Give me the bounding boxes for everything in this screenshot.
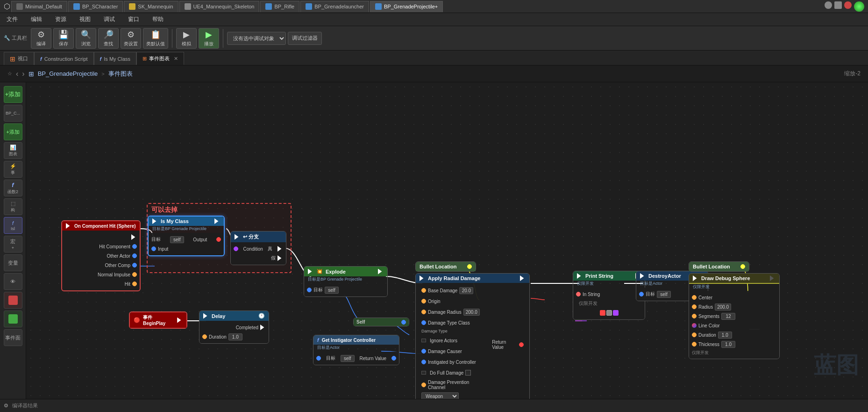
ard-origin-pin[interactable] [421,299,426,304]
debug-object-select[interactable]: 没有选中调试对象 [227,32,286,45]
node-delay[interactable]: Delay 🕐 Completed Duration 1.0 [199,311,269,344]
branch-false-pin[interactable] [277,255,283,261]
bl2-pin-out[interactable] [740,264,745,269]
sidebar-eye[interactable]: 👁 [4,273,22,290]
tab-event-graph[interactable]: ⊞ 事件图表 ✕ [136,52,184,65]
dds-linecolor-pin[interactable] [692,323,697,328]
delay-duration-pin[interactable] [202,334,207,339]
gi-return-pin[interactable] [391,356,396,361]
class-settings-button[interactable]: ⚙ 类设置 [121,28,141,49]
node-bullet-location-2[interactable]: Bullet Location [689,261,749,272]
explode-target-pin[interactable] [307,288,312,292]
self-pin[interactable] [401,320,406,325]
play-button[interactable]: ▶ 播放 [199,28,219,49]
menu-view[interactable]: 视图 [77,14,93,24]
save-button[interactable]: 💾 保存 [53,28,74,49]
tab-is-my-class[interactable]: f Is My Class [94,52,137,65]
node-self[interactable]: Self [353,318,409,326]
tab-sk-mannequin[interactable]: SK_Mannequin [124,1,178,12]
sidebar-variable[interactable]: 变量 [4,254,22,271]
ard-return-pin[interactable] [519,342,524,347]
dds-segments-pin[interactable] [692,314,697,318]
ismc-output-pin[interactable] [216,237,221,242]
menu-help[interactable]: 帮助 [149,14,166,24]
normal-impulse-pin[interactable] [132,272,137,277]
find-button[interactable]: 🔎 查找 [98,28,119,49]
node-bullet-location-1[interactable]: Bullet Location [415,261,476,272]
menu-assets[interactable]: 资源 [52,14,69,24]
dds-thickness-pin[interactable] [692,342,697,347]
breadcrumb-forward[interactable]: › [22,70,24,78]
class-defaults-button[interactable]: 📋 类默认值 [143,28,168,49]
node-explode[interactable]: 💥 Explode 目标是BP Grenade Projectile 目标 se… [304,266,388,297]
node-draw-debug-sphere[interactable]: Draw Debug Sphere 仅限开发 Center Radius 200… [689,273,780,359]
ard-prevention-pin[interactable] [421,383,426,387]
compile-button[interactable]: ⚙ 编译 [31,28,51,49]
bl1-pin-out[interactable] [467,264,472,269]
sidebar-macro[interactable]: 宏 + [4,236,22,253]
breadcrumb-back[interactable]: ‹ [16,70,18,78]
gi-target-pin[interactable] [316,356,321,361]
hit-component-pin[interactable] [132,244,137,249]
ard-instigator-pin[interactable] [421,360,426,364]
dds-radius-pin[interactable] [692,304,697,309]
ard-weapon-dropdown[interactable]: Weapon [419,392,487,399]
other-actor-pin[interactable] [132,253,137,258]
dds-duration-pin[interactable] [692,332,697,337]
node-branch[interactable]: ↩ 分支 Condition 真 假 [230,231,286,265]
delay-completed-pin[interactable] [260,325,266,330]
sidebar-color-1[interactable] [4,292,22,309]
ps-color-2[interactable] [606,310,612,316]
ismc-input-pin[interactable] [151,246,156,251]
node-on-component-hit[interactable]: On Component Hit (Sphere) Hit Component … [61,220,141,291]
tab-ue4-skeleton[interactable]: UE4_Mannequin_Skeleton [179,1,260,12]
sidebar-add-button[interactable]: +添加 [4,86,22,103]
node-is-my-class[interactable]: Is My Class 目标是BP Grenade Projectile 目标 … [148,216,225,256]
sidebar-event-panel[interactable]: 事件面 [4,329,22,346]
menu-debug[interactable]: 调试 [101,14,118,24]
ard-channel-select[interactable]: Weapon [421,392,459,399]
tab-construction-script[interactable]: f Construction Script [34,52,94,65]
breadcrumb-project[interactable]: BP_GrenadeProjectile [38,70,98,77]
node-apply-radial-damage[interactable]: Apply Radial Damage Base Damage 20.0 [415,273,530,399]
node-get-instigator[interactable]: f Get Instigator Controller 目标是Actor 目标 … [313,335,399,365]
sidebar-struct[interactable]: ⬚ 构 [4,198,22,215]
tab-bp-grenadeprojectile[interactable]: BP_GrenadeProjectile+ [370,1,443,12]
branch-condition-pin[interactable] [234,246,238,251]
node-event-begin-play[interactable]: 🔴 事件BeginPlay [129,311,187,329]
ard-damage-type-pin[interactable] [421,320,426,325]
browse-button[interactable]: 🔍 浏览 [76,28,96,49]
sidebar-isl[interactable]: f Isl [4,217,22,234]
ps-color-1[interactable] [600,310,605,316]
ps-color-3[interactable] [613,310,619,316]
node-print-string[interactable]: Print String 仅限开发 In String 仅限开发 [573,271,645,320]
tab-minimal-default[interactable]: Minimal_Default [11,1,67,12]
breadcrumb-star[interactable]: ☆ [7,71,12,77]
canvas-area[interactable]: 可以去掉 On Component Hit (Sphere) Hit Compo… [26,82,868,399]
sidebar-add-component[interactable]: +添加 [4,123,22,140]
minimize-button[interactable] [825,1,832,9]
ard-radius-pin[interactable] [421,310,426,314]
dds-center-pin[interactable] [692,295,697,300]
maximize-button[interactable] [834,1,842,9]
tab-bp-rifle[interactable]: BP_Rifle [260,1,299,12]
ps-instring-pin[interactable] [576,292,581,296]
ard-causer-pin[interactable] [421,349,426,354]
simulate-button[interactable]: ▶ 模拟 [176,28,197,49]
ard-base-damage-pin[interactable] [421,288,426,293]
menu-window[interactable]: 窗口 [125,14,142,24]
branch-true-pin[interactable] [277,246,283,252]
sidebar-color-2[interactable] [4,311,22,327]
tab-viewport[interactable]: ⊞ 视口 [4,52,34,65]
menu-file[interactable]: 文件 [4,14,21,24]
sidebar-event[interactable]: ⚡ 事 [4,161,22,178]
close-button[interactable] [844,1,852,9]
menu-edit[interactable]: 编辑 [28,14,45,24]
tab-close-icon[interactable]: ✕ [174,56,178,62]
other-comp-pin[interactable] [132,263,137,267]
da-target-pin[interactable] [639,292,644,296]
tab-bp-grenadelauncher[interactable]: BP_Grenadelauncher [300,1,369,12]
sidebar-function[interactable]: f 函数2 [4,180,22,196]
debug-filter-button[interactable]: 调试过滤器 [288,32,322,45]
hit-pin[interactable] [132,282,137,286]
